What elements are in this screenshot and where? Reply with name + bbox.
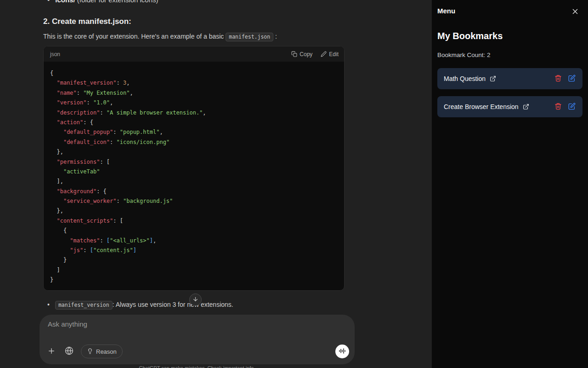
trash-icon [554,103,562,111]
note-text: : Always use version 3 for new extension… [113,301,233,308]
delete-bookmark-button[interactable] [554,74,563,83]
edit-icon [568,103,576,111]
composer-toolbar: Reason [44,344,349,359]
code-content: { "manifest_version": 3, "name": "My Ext… [44,62,344,291]
icons-folder-label: icons/ [55,0,75,4]
scroll-to-bottom-button[interactable] [189,293,202,306]
bookmarks-heading: My Bookmarks [437,31,503,41]
globe-icon [65,346,74,356]
plus-icon [47,347,56,356]
chat-input[interactable] [48,320,346,339]
inline-code-manifest-json: manifest.json [226,33,273,41]
bullet-marker: • [47,0,50,4]
lightbulb-icon [87,348,93,356]
bookmark-count: Bookmark Count: 2 [437,52,491,58]
screenshot-root: •icons/ (folder for extension icons) 2. … [0,0,588,368]
reason-button[interactable]: Reason [81,345,123,358]
code-language-label: json [50,51,60,58]
panel-title: Menu [437,7,455,15]
bookmark-item[interactable]: Math Question [437,68,582,89]
pencil-icon [321,51,327,57]
search-web-button[interactable] [62,344,76,359]
copy-code-button[interactable]: Copy [291,51,312,58]
trash-icon [554,75,562,83]
intro-colon: : [273,33,277,40]
intro-paragraph: This is the core of your extension. Here… [43,33,277,41]
edit-icon [568,75,576,83]
inline-code-manifest-version: manifest_version [55,301,113,310]
intro-text: This is the core of your extension. Here… [43,33,226,40]
edit-label: Edit [329,51,339,58]
attach-button[interactable] [44,344,59,359]
external-link-icon[interactable] [490,75,496,82]
chat-composer[interactable]: Reason [40,315,355,364]
disclaimer-text: ChatGPT can make mistakes. Check importa… [40,365,355,368]
reason-label: Reason [96,348,117,355]
waveform-icon [339,347,346,356]
section-heading: 2. Create manifest.json: [43,17,131,26]
code-block-header: json Copy Edit [44,46,344,62]
list-item-manifest-version-note: •manifest_version: Always use version 3 … [47,301,233,310]
close-panel-button[interactable] [570,7,580,17]
close-icon [571,8,579,17]
icons-folder-desc: (folder for extension icons) [75,0,158,4]
copy-label: Copy [300,51,312,58]
chat-area: •icons/ (folder for extension icons) 2. … [0,0,432,368]
delete-bookmark-button[interactable] [554,102,563,111]
bullet-marker: • [47,301,50,308]
edit-code-button[interactable]: Edit [321,51,339,58]
arrow-down-icon [192,296,198,304]
bookmark-item[interactable]: Create Browser Extension [437,96,582,117]
external-link-icon[interactable] [523,104,529,110]
bookmark-label: Math Question [444,75,486,82]
voice-mode-button[interactable] [335,345,349,358]
edit-bookmark-button[interactable] [567,102,577,111]
code-actions: Copy Edit [291,51,339,58]
bookmarks-panel: Menu My Bookmarks Bookmark Count: 2 Math… [432,0,588,368]
copy-icon [291,51,297,57]
bookmark-label: Create Browser Extension [444,103,519,110]
code-block: json Copy Edit { "manifest_version": 3, … [43,46,345,291]
list-item-icons-folder: •icons/ (folder for extension icons) [47,0,158,4]
edit-bookmark-button[interactable] [567,74,577,83]
